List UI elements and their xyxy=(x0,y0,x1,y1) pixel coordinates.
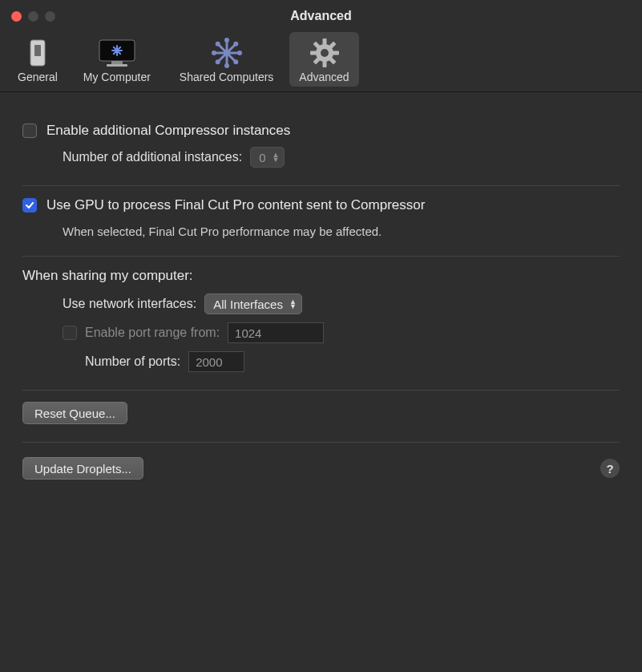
tab-shared-computers[interactable]: Shared Computers xyxy=(167,32,287,87)
svg-point-10 xyxy=(215,42,220,47)
svg-point-6 xyxy=(224,38,229,43)
num-ports-value: 2000 xyxy=(196,355,222,369)
svg-point-13 xyxy=(215,59,220,64)
section-instances: Enable additional Compressor instances N… xyxy=(22,111,620,185)
help-icon: ? xyxy=(606,462,613,476)
enable-port-range-label: Enable port range from: xyxy=(85,326,220,340)
tab-my-computer[interactable]: My Computer xyxy=(71,32,164,87)
traffic-lights xyxy=(0,11,55,22)
svg-point-3 xyxy=(115,49,119,52)
use-gpu-note: When selected, Final Cut Pro performance… xyxy=(46,225,620,238)
reset-queue-button[interactable]: Reset Queue... xyxy=(22,402,127,424)
general-icon xyxy=(27,37,48,69)
svg-rect-19 xyxy=(333,51,339,55)
gear-icon xyxy=(309,37,341,69)
tab-label: General xyxy=(18,71,58,83)
content-area: Enable additional Compressor instances N… xyxy=(0,92,642,494)
num-ports-label: Number of ports: xyxy=(85,354,180,369)
close-window-button[interactable] xyxy=(11,11,22,22)
select-arrows-icon: ▲▼ xyxy=(289,299,297,309)
network-interfaces-label: Use network interfaces: xyxy=(63,297,196,311)
select-arrows-icon: ▲▼ xyxy=(272,152,279,162)
svg-rect-17 xyxy=(322,61,326,67)
snowflake-icon xyxy=(211,37,243,69)
svg-rect-16 xyxy=(322,38,326,45)
port-from-value: 1024 xyxy=(235,326,261,340)
section-gpu: Use GPU to process Final Cut Pro content… xyxy=(22,186,620,256)
svg-point-8 xyxy=(212,51,216,55)
network-interfaces-value: All Interfaces xyxy=(213,298,283,311)
section-sharing: When sharing my computer: Use network in… xyxy=(22,257,620,390)
use-gpu-label: Use GPU to process Final Cut Pro content… xyxy=(46,197,425,213)
window-title: Advanced xyxy=(0,9,642,23)
num-instances-select[interactable]: 0 ▲▼ xyxy=(250,147,285,168)
button-label: Update Droplets... xyxy=(34,462,131,476)
tab-label: Advanced xyxy=(299,71,349,83)
num-instances-label: Number of additional instances: xyxy=(63,150,242,164)
network-interfaces-select[interactable]: All Interfaces ▲▼ xyxy=(204,293,302,314)
enable-instances-label: Enable additional Compressor instances xyxy=(46,123,290,139)
preferences-toolbar: General My Computer xyxy=(0,32,642,92)
section-update: Update Droplets... ? xyxy=(22,443,620,494)
section-reset: Reset Queue... xyxy=(22,391,620,442)
use-gpu-checkbox[interactable] xyxy=(22,198,37,213)
minimize-window-button[interactable] xyxy=(28,11,38,22)
svg-rect-18 xyxy=(310,51,317,55)
titlebar: Advanced xyxy=(0,0,642,32)
num-ports-input[interactable]: 2000 xyxy=(188,351,244,372)
tab-advanced[interactable]: Advanced xyxy=(289,32,358,87)
update-droplets-button[interactable]: Update Droplets... xyxy=(22,457,143,480)
svg-rect-4 xyxy=(111,61,123,64)
enable-port-range-checkbox[interactable] xyxy=(63,326,77,340)
button-label: Reset Queue... xyxy=(34,407,115,420)
zoom-window-button[interactable] xyxy=(45,11,55,22)
help-button[interactable]: ? xyxy=(600,459,620,478)
sharing-heading: When sharing my computer: xyxy=(22,268,620,284)
svg-point-24 xyxy=(321,49,329,57)
svg-rect-5 xyxy=(107,64,127,67)
tab-label: My Computer xyxy=(83,71,151,83)
svg-point-12 xyxy=(233,42,238,47)
svg-point-11 xyxy=(233,59,238,64)
svg-point-7 xyxy=(224,63,229,68)
monitor-icon xyxy=(97,37,137,69)
enable-instances-checkbox[interactable] xyxy=(22,123,37,138)
svg-rect-1 xyxy=(34,45,41,56)
port-from-input[interactable]: 1024 xyxy=(228,322,324,343)
svg-point-9 xyxy=(237,51,242,55)
tab-label: Shared Computers xyxy=(180,71,274,83)
num-instances-value: 0 xyxy=(259,151,265,164)
tab-general[interactable]: General xyxy=(8,32,67,87)
svg-point-14 xyxy=(224,50,230,56)
